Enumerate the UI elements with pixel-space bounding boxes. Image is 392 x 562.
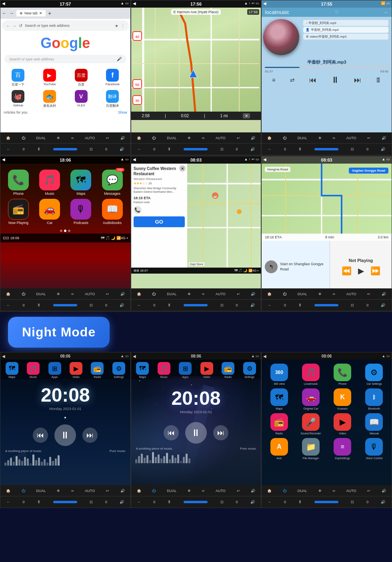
night-app-radio-2[interactable]: 📻 Radio <box>222 362 234 378</box>
home-btn-3[interactable]: 🏠 <box>267 136 272 140</box>
google-search-box[interactable]: Search or type web address 🎤 <box>4 55 126 63</box>
mic-6[interactable]: 🎙 <box>298 303 302 307</box>
dual-btn-3[interactable]: DUAL <box>298 136 307 140</box>
night-localmusic-btn[interactable]: 🎵 Localmusic <box>296 364 325 385</box>
vol-down-1[interactable]: 🔊 <box>120 147 124 151</box>
vol-btn-3[interactable]: 🔊 <box>382 136 386 140</box>
link-btn-n1[interactable]: ∞ <box>71 489 74 493</box>
carplay-app-car[interactable]: 🚗 Car <box>36 199 64 225</box>
curve-btn-1[interactable]: ↩ <box>106 136 109 140</box>
new-tab-btn[interactable]: + <box>48 10 51 16</box>
link-btn-5[interactable]: ∞ <box>202 292 204 296</box>
shuffle-btn[interactable]: ⇄ <box>290 77 295 83</box>
power-btn-5[interactable]: ⏻ <box>152 292 156 296</box>
playlist-btn[interactable]: ≡ <box>272 77 275 83</box>
vol-slider-2[interactable] <box>184 148 208 150</box>
home-btn-1[interactable]: 🏠 <box>6 136 10 140</box>
link-btn-1[interactable]: ∞ <box>71 136 74 140</box>
shortcut-translate[interactable]: 翻译 百度翻译 <box>98 90 127 108</box>
ac-btn-2[interactable]: ❄ <box>188 136 191 140</box>
carplay-app-podcasts[interactable]: 🎙 Podcasts <box>67 199 95 225</box>
night-filemanager-btn[interactable]: 📁 File Manager <box>296 438 325 460</box>
ac-btn-6[interactable]: ❄ <box>318 292 322 296</box>
back-btn-5[interactable]: ← <box>137 303 141 307</box>
curve-btn-n3[interactable]: ↩ <box>367 489 370 493</box>
night-avin-btn[interactable]: A Avin <box>265 438 293 460</box>
voice-search-icon[interactable]: 🎤 <box>117 57 122 61</box>
power-btn-n3[interactable]: ⏻ <box>283 489 286 493</box>
new-tab[interactable]: ⊕ New tab ✕ <box>16 10 46 16</box>
close-nav-btn[interactable]: ✕ <box>243 113 250 118</box>
mic-5[interactable]: 🎙 <box>168 303 171 307</box>
carplay-app-phone[interactable]: 📞 Phone <box>4 170 32 196</box>
night-carsettings-btn[interactable]: ⚙ Car Settings <box>360 364 388 385</box>
back-btn-3[interactable]: ← <box>268 147 272 151</box>
vol-down-2[interactable]: 🔊 <box>250 147 255 151</box>
carplay-map-section[interactable]: Sagliao Gongye Road Hongma Road <box>262 164 392 234</box>
auto-btn-1[interactable]: AUTO <box>85 136 95 140</box>
link-btn-6[interactable]: ∞ <box>332 292 335 296</box>
curve-btn-4[interactable]: ↩ <box>106 292 109 296</box>
link-btn-n3[interactable]: ∞ <box>332 489 335 493</box>
dual-btn-2[interactable]: DUAL <box>167 136 176 140</box>
night-soundrecorder-btn[interactable]: 🎤 Sound Recorder <box>296 413 325 435</box>
link-btn-n2[interactable]: ∞ <box>202 489 204 493</box>
vol-slider-n1[interactable] <box>53 501 77 503</box>
playlist-item-1[interactable]: ♪ 半壶纱_刘珂矣.mp3 <box>303 20 388 26</box>
power-btn-n2[interactable]: ⏻ <box>152 489 156 493</box>
back-btn-1[interactable]: ← <box>7 147 10 151</box>
vol-down-3[interactable]: 🔊 <box>381 147 385 151</box>
shortcut-baidu2[interactable]: 百度 百度 <box>66 69 96 87</box>
back-music-btn[interactable]: ← <box>384 10 388 15</box>
eq-btn[interactable]: 🎛 <box>376 77 381 83</box>
mic-4[interactable]: 🎙 <box>37 303 41 307</box>
ac-btn-4[interactable]: ❄ <box>57 292 60 296</box>
link-btn-2[interactable]: ∞ <box>202 136 204 140</box>
vol-slider-5[interactable] <box>184 304 208 306</box>
dual-btn-6[interactable]: DUAL <box>298 292 307 296</box>
music-progress-bar[interactable] <box>265 67 388 68</box>
shortcut-site2[interactable]: 🐟 慕鱼农村 <box>35 90 64 108</box>
heart-icon[interactable]: ♡ <box>335 10 339 15</box>
night-back-2[interactable]: ◀ <box>133 354 136 358</box>
reload-icon[interactable]: ↺ <box>19 23 22 28</box>
back-arrow-3[interactable]: ◀ <box>263 1 266 6</box>
back-arrow-2[interactable]: ◀ <box>133 1 136 6</box>
night-app-settings-2[interactable]: ⚙ Settings <box>243 362 256 378</box>
curve-btn-6[interactable]: ↩ <box>367 292 370 296</box>
power-btn-1[interactable]: ⏻ <box>22 136 25 140</box>
back-btn-4[interactable]: ← <box>7 303 10 307</box>
mic-2[interactable]: 🎙 <box>168 147 171 151</box>
shortcut-vlex[interactable]: V VLEX <box>66 90 96 108</box>
next-night-btn-1[interactable]: ⏭ <box>82 428 98 443</box>
vol-down-n1[interactable]: 🔊 <box>120 500 124 504</box>
ac-btn-n3[interactable]: ❄ <box>318 489 322 493</box>
more-icon[interactable]: ⋮ <box>121 24 125 28</box>
mic-1[interactable]: 🎙 <box>37 147 41 151</box>
next-night-btn-2[interactable]: ⏭ <box>213 425 228 440</box>
back-btn-n3[interactable]: ← <box>268 500 272 504</box>
mic-n2[interactable]: 🎙 <box>168 500 171 504</box>
vol-btn-4[interactable]: 🔊 <box>120 292 125 296</box>
carplay-app-messages[interactable]: 💬 259 Messages <box>98 170 126 196</box>
curve-btn-5[interactable]: ↩ <box>237 292 240 296</box>
nav-back-icon[interactable]: ← <box>6 24 10 28</box>
close-tab-icon[interactable]: ✕ <box>39 11 42 15</box>
vol-down-n3[interactable]: 🔊 <box>381 500 385 504</box>
power-btn-6[interactable]: ⏻ <box>283 292 286 296</box>
link-btn-4[interactable]: ∞ <box>71 292 74 296</box>
home-btn-n2[interactable]: 🏠 <box>137 489 141 493</box>
dual-btn-5[interactable]: DUAL <box>167 292 176 296</box>
back-btn-n2[interactable]: ← <box>137 500 141 504</box>
close-panel-btn[interactable]: ✕ <box>179 165 186 172</box>
dual-btn-n3[interactable]: DUAL <box>298 489 307 493</box>
auto-btn-6[interactable]: AUTO <box>346 292 356 296</box>
auto-btn-5[interactable]: AUTO <box>216 292 226 296</box>
map-area-2[interactable]: 40 56 35 E Harmon Ave (Hyatt Place) 17:5… <box>131 8 261 112</box>
auto-btn-n1[interactable]: AUTO <box>85 489 95 493</box>
night-app-music-2[interactable]: 🎵 Music <box>158 362 170 378</box>
vol-down-n2[interactable]: 🔊 <box>250 500 255 504</box>
back-btn-6[interactable]: ← <box>268 303 272 307</box>
vol-down-5[interactable]: 🔊 <box>250 303 255 307</box>
dual-btn-1[interactable]: DUAL <box>36 136 46 140</box>
